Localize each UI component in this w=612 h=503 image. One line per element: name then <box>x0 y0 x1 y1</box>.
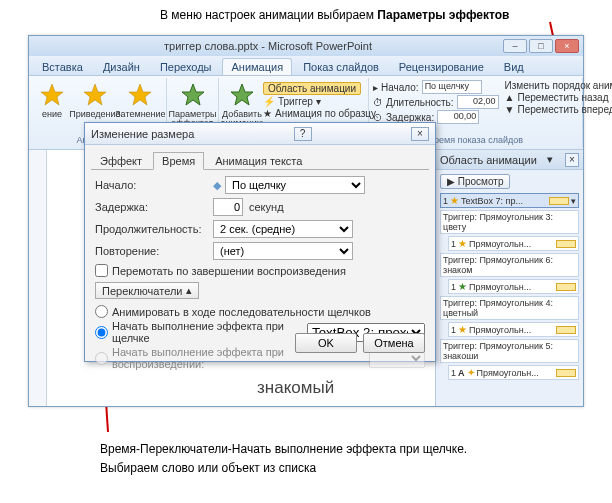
tab-transitions[interactable]: Переходы <box>151 58 221 75</box>
dialog-help-button[interactable]: ? <box>294 127 312 141</box>
star-plus-icon <box>230 83 254 107</box>
tab-insert[interactable]: Вставка <box>33 58 92 75</box>
dialog-tab-time[interactable]: Время <box>153 152 204 170</box>
radio-on-click-input[interactable] <box>95 326 108 339</box>
trigger-button[interactable]: ⚡ Триггер ▾ <box>263 96 376 107</box>
dlg-start-label: Начало: <box>95 179 213 191</box>
svg-marker-8 <box>231 84 253 105</box>
close-button[interactable]: × <box>555 39 579 53</box>
caption-bottom: Время-Переключатели-Начать выполнение эф… <box>100 440 467 478</box>
anim-gallery-item-1[interactable]: ение <box>33 80 71 120</box>
tab-animation[interactable]: Анимация <box>222 58 292 75</box>
trigger-group-3[interactable]: Триггер: Прямоугольник 4: цветный <box>440 296 579 320</box>
dlg-delay-unit: секунд <box>249 201 284 213</box>
svg-marker-4 <box>41 84 63 105</box>
timebar-icon <box>556 283 576 291</box>
anim-entry-sub-1[interactable]: 1★Прямоугольн... <box>448 236 579 251</box>
radio-on-play-input <box>95 352 108 365</box>
animation-pane-title: Область анимации <box>440 154 537 166</box>
caption-top: В меню настроек анимации выбираем Параме… <box>160 8 509 22</box>
dialog-tab-text[interactable]: Анимация текста <box>206 152 311 170</box>
svg-marker-7 <box>182 84 204 105</box>
dlg-delay-label: Задержка: <box>95 201 213 213</box>
dlg-rewind-checkbox[interactable]: Перемотать по завершении воспроизведения <box>95 264 425 277</box>
trigger-group-4[interactable]: Триггер: Прямоугольник 5: знакоши <box>440 339 579 363</box>
animation-painter-label: Анимация по образцу <box>275 108 376 119</box>
svg-marker-5 <box>84 84 106 105</box>
titlebar: триггер слова.pptx - Microsoft PowerPoin… <box>29 36 583 56</box>
dlg-repeat-select[interactable]: (нет) <box>213 242 353 260</box>
dialog-tab-effect[interactable]: Эффект <box>91 152 151 170</box>
animation-painter-button[interactable]: ★ Анимация по образцу <box>263 108 376 119</box>
cancel-button[interactable]: Отмена <box>363 333 425 353</box>
start-value[interactable]: По щелчку <box>422 80 482 94</box>
duration-label: Длительность: <box>386 97 454 108</box>
reorder-label: Изменить порядок анимации <box>505 80 612 91</box>
dlg-duration-label: Продолжительность: <box>95 223 213 235</box>
move-fwd-button[interactable]: ▼ Переместить вперед <box>505 104 612 115</box>
tab-design[interactable]: Дизайн <box>94 58 149 75</box>
radio-sequence[interactable]: Анимировать в ходе последовательности ще… <box>95 305 425 318</box>
move-back-button[interactable]: ▲ Переместить назад <box>505 92 612 103</box>
slide-text: знакомый <box>257 378 334 398</box>
trigger-label: Триггер <box>278 96 313 107</box>
ribbon-tabs: Вставка Дизайн Переходы Анимация Показ с… <box>29 56 583 76</box>
dlg-rewind-label: Перемотать по завершении воспроизведения <box>112 265 346 277</box>
dialog-tabs: Эффект Время Анимация текста <box>91 151 429 170</box>
dialog-close-button[interactable]: × <box>411 127 429 141</box>
anim-gallery-item-3[interactable]: Затемнение <box>119 80 162 120</box>
animation-pane-header: Область анимации ▾ × <box>436 150 583 170</box>
dlg-repeat-label: Повторение: <box>95 245 213 257</box>
svg-marker-6 <box>129 84 151 105</box>
radio-sequence-input[interactable] <box>95 305 108 318</box>
delay-label: Задержка: <box>386 112 434 123</box>
start-label: Начало: <box>381 82 419 93</box>
star-icon <box>40 83 64 107</box>
star-icon <box>83 83 107 107</box>
tab-view[interactable]: Вид <box>495 58 533 75</box>
timebar-icon <box>556 369 576 377</box>
vertical-ruler <box>29 150 47 406</box>
anim-item-label-1: ение <box>42 110 62 119</box>
rewind-checkbox-input[interactable] <box>95 264 108 277</box>
trigger-group-1[interactable]: Триггер: Прямоугольник 3: цвету <box>440 210 579 234</box>
anim-gallery-item-2[interactable]: Приведение <box>73 80 117 120</box>
timebar-icon <box>556 240 576 248</box>
anim-entry-sub-3[interactable]: 1★Прямоугольн... <box>448 322 579 337</box>
duration-value[interactable]: 02,00 <box>457 95 499 109</box>
anim-entry-sub-2[interactable]: 1★Прямоугольн... <box>448 279 579 294</box>
timebar-icon <box>549 197 569 205</box>
pane-close-button[interactable]: × <box>565 153 579 167</box>
animation-pane-button[interactable]: Область анимации <box>263 82 376 95</box>
caption-bottom-line1: Время-Переключатели-Начать выполнение эф… <box>100 440 467 459</box>
effect-dialog: Изменение размера ? × Эффект Время Анима… <box>84 122 436 362</box>
timebar-icon <box>556 326 576 334</box>
animation-pane: Область анимации ▾ × ▶ Просмотр 1★TextBo… <box>435 150 583 406</box>
caption-bottom-line2: Выбираем слово или объект из списка <box>100 459 467 478</box>
pane-dropdown-icon[interactable]: ▾ <box>547 153 553 166</box>
anim-entry-1[interactable]: 1★TextBox 7: пр...▾ <box>440 193 579 208</box>
minimize-button[interactable]: – <box>503 39 527 53</box>
animation-pane-label: Область анимации <box>263 82 361 95</box>
maximize-button[interactable]: □ <box>529 39 553 53</box>
ok-button[interactable]: OK <box>295 333 357 353</box>
window-title: триггер слова.pptx - Microsoft PowerPoin… <box>33 40 503 52</box>
dialog-titlebar: Изменение размера ? × <box>85 123 435 145</box>
play-button[interactable]: ▶ Просмотр <box>440 174 510 189</box>
dialog-title: Изменение размера <box>91 128 194 140</box>
anim-item-label-3: Затемнение <box>115 110 165 119</box>
dlg-start-select[interactable]: По щелчку <box>225 176 365 194</box>
tab-slideshow[interactable]: Показ слайдов <box>294 58 388 75</box>
tab-review[interactable]: Рецензирование <box>390 58 493 75</box>
dlg-delay-input[interactable] <box>213 198 243 216</box>
caption-top-prefix: В меню настроек анимации выбираем <box>160 8 377 22</box>
anim-entry-sub-4[interactable]: 1A✦Прямоугольн... <box>448 365 579 380</box>
star-icon <box>181 83 205 107</box>
trigger-group-2[interactable]: Триггер: Прямоугольник 6: знаком <box>440 253 579 277</box>
anim-item-label-2: Приведение <box>69 110 120 119</box>
chevron-up-icon: ▴ <box>186 284 192 297</box>
delay-value[interactable]: 00,00 <box>437 110 479 124</box>
dlg-duration-select[interactable]: 2 сек. (средне) <box>213 220 353 238</box>
triggers-expander[interactable]: Переключатели ▴ <box>95 282 199 299</box>
star-icon <box>128 83 152 107</box>
